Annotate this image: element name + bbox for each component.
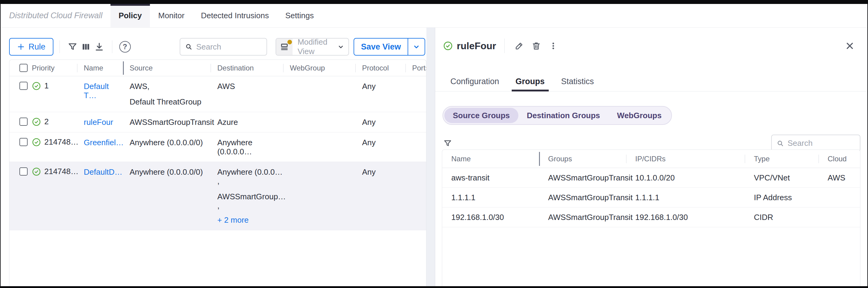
rule-ports bbox=[405, 82, 426, 106]
chevron-down-icon bbox=[337, 43, 348, 51]
edit-pencil-icon[interactable] bbox=[513, 39, 526, 52]
group-name: aws-transit bbox=[442, 173, 539, 182]
toolbar-divider bbox=[112, 40, 112, 53]
delete-trash-icon[interactable] bbox=[530, 39, 542, 52]
column-header-priority: Priority bbox=[32, 64, 55, 72]
tab-policy[interactable]: Policy bbox=[111, 4, 150, 27]
group-type: CIDR bbox=[745, 213, 818, 222]
rule-destination: AWS bbox=[211, 82, 283, 106]
help-icon[interactable]: ? bbox=[118, 40, 132, 54]
tab-configuration[interactable]: Configuration bbox=[446, 72, 503, 91]
table-row[interactable]: 214748… Greenfiel… Anywhere (0.0.0.0/0) … bbox=[9, 133, 426, 162]
column-header-type: Type bbox=[745, 155, 818, 163]
show-more-link[interactable]: + 2 more bbox=[217, 215, 283, 225]
rule-enabled-check-icon bbox=[32, 81, 41, 90]
group-name: 192.168.1.0/30 bbox=[442, 213, 539, 222]
rule-protocol: Any bbox=[355, 138, 405, 156]
rule-name-link[interactable]: Greenfiel… bbox=[77, 138, 123, 156]
column-header-cloud: Cloud bbox=[818, 155, 860, 163]
rule-enabled-check-icon bbox=[32, 167, 41, 176]
table-row[interactable]: 1.1.1.1 AWSSmartGroupTransit 1.1.1.1 IP … bbox=[442, 188, 860, 207]
rules-table: Priority Name Source Destination WebGrou… bbox=[9, 60, 426, 286]
tab-detected-intrusions[interactable]: Detected Intrusions bbox=[193, 4, 277, 27]
column-header-ip-cidrs: IP/CIDRs bbox=[626, 155, 745, 163]
source-groups-table: Name Groups IP/CIDRs Type Cloud aws-tran… bbox=[442, 149, 860, 286]
filter-icon[interactable] bbox=[66, 40, 79, 54]
group-cloud: AWS bbox=[818, 173, 860, 182]
save-view-split-button: Save View bbox=[353, 38, 425, 56]
rule-enabled-check-icon bbox=[443, 41, 453, 51]
save-view-button[interactable]: Save View bbox=[354, 38, 408, 55]
panel-gutter bbox=[426, 28, 435, 286]
column-header-source: Source bbox=[123, 64, 211, 72]
rule-webgroup bbox=[283, 82, 355, 106]
rule-destination: Anywhere (0.0.0… , bbox=[217, 167, 283, 185]
group-type: IP Address bbox=[745, 193, 818, 202]
rule-webgroup bbox=[283, 118, 355, 127]
rule-enabled-check-icon bbox=[32, 138, 41, 147]
select-all-checkbox[interactable] bbox=[20, 64, 28, 72]
segment-destination-groups[interactable]: Destination Groups bbox=[518, 108, 609, 123]
row-checkbox[interactable] bbox=[20, 138, 28, 146]
search-icon bbox=[777, 140, 784, 147]
view-layout-icon bbox=[276, 38, 292, 55]
tab-groups[interactable]: Groups bbox=[512, 72, 549, 91]
rules-search-box bbox=[180, 38, 267, 56]
rule-ports bbox=[405, 167, 426, 225]
rule-protocol: Any bbox=[355, 167, 405, 225]
rule-enabled-check-icon bbox=[32, 117, 41, 126]
download-icon[interactable] bbox=[93, 40, 106, 54]
row-checkbox[interactable] bbox=[20, 167, 28, 176]
rules-search-input[interactable] bbox=[196, 42, 261, 52]
table-row[interactable]: 192.168.1.0/30 AWSSmartGroupTransit 192.… bbox=[442, 207, 860, 227]
groups-search-input[interactable] bbox=[787, 139, 855, 148]
tab-monitor[interactable]: Monitor bbox=[150, 4, 193, 27]
table-row[interactable]: 1 Default T… AWS, Default ThreatGroup AW… bbox=[9, 76, 426, 112]
filter-icon[interactable] bbox=[443, 139, 452, 148]
more-options-kebab-icon[interactable] bbox=[547, 39, 560, 52]
view-selector-label: Modified View bbox=[292, 37, 337, 56]
rule-name-link[interactable]: Default T… bbox=[77, 82, 123, 106]
save-view-caret-button[interactable] bbox=[408, 38, 425, 55]
group-groups: AWSSmartGroupTransit bbox=[539, 173, 626, 182]
view-selector-dropdown[interactable]: Modified View bbox=[276, 38, 349, 56]
breadcrumb-context-label: Distributed Cloud Firewall bbox=[1, 4, 111, 27]
group-ip-cidr: 1.1.1.1 bbox=[626, 193, 745, 202]
column-header-webgroup: WebGroup bbox=[283, 64, 355, 72]
segment-webgroups[interactable]: WebGroups bbox=[609, 108, 670, 123]
tab-settings[interactable]: Settings bbox=[277, 4, 322, 27]
search-icon bbox=[185, 43, 192, 51]
rule-detail-header: ruleFour bbox=[435, 31, 867, 61]
tab-statistics[interactable]: Statistics bbox=[557, 72, 598, 91]
rule-source: AWS, bbox=[130, 82, 211, 91]
segment-source-groups[interactable]: Source Groups bbox=[444, 108, 518, 123]
rule-detail-panel: ruleFour Configuration Groups bbox=[435, 28, 867, 286]
rule-priority: 214748… bbox=[44, 137, 79, 147]
column-header-name: Name bbox=[442, 155, 539, 163]
row-checkbox[interactable] bbox=[20, 82, 28, 90]
group-ip-cidr: 192.168.1.0/30 bbox=[626, 213, 745, 222]
app-window: Distributed Cloud Firewall Policy Monito… bbox=[1, 4, 867, 286]
column-header-destination: Destination bbox=[211, 64, 283, 72]
rule-name-link[interactable]: DefaultD… bbox=[77, 167, 123, 225]
column-header-ports: Ports bbox=[405, 64, 426, 72]
rule-protocol: Any bbox=[355, 82, 405, 106]
table-row[interactable]: 2 ruleFour AWSSmartGroupTransit Azure An… bbox=[9, 112, 426, 133]
rules-toolbar: Rule ? bbox=[1, 28, 426, 59]
rule-webgroup bbox=[283, 138, 355, 156]
add-rule-button[interactable]: Rule bbox=[9, 38, 54, 56]
row-checkbox[interactable] bbox=[20, 118, 28, 126]
top-tab-bar: Distributed Cloud Firewall Policy Monito… bbox=[1, 4, 867, 28]
rule-name-link[interactable]: ruleFour bbox=[77, 118, 123, 127]
rule-ports bbox=[405, 138, 426, 156]
groups-table-header: Name Groups IP/CIDRs Type Cloud bbox=[442, 150, 860, 168]
close-icon[interactable] bbox=[843, 39, 857, 53]
group-type: VPC/VNet bbox=[745, 173, 818, 182]
table-row[interactable]: 214748… DefaultD… Anywhere (0.0.0.0/0) A… bbox=[9, 162, 426, 230]
rule-priority: 1 bbox=[44, 81, 49, 90]
group-groups: AWSSmartGroupTransit bbox=[539, 213, 626, 222]
rule-source: Anywhere (0.0.0.0/0) bbox=[123, 167, 211, 225]
header-divider bbox=[504, 38, 505, 53]
columns-icon[interactable] bbox=[79, 40, 93, 54]
table-row[interactable]: aws-transit AWSSmartGroupTransit 10.1.0.… bbox=[442, 168, 860, 188]
